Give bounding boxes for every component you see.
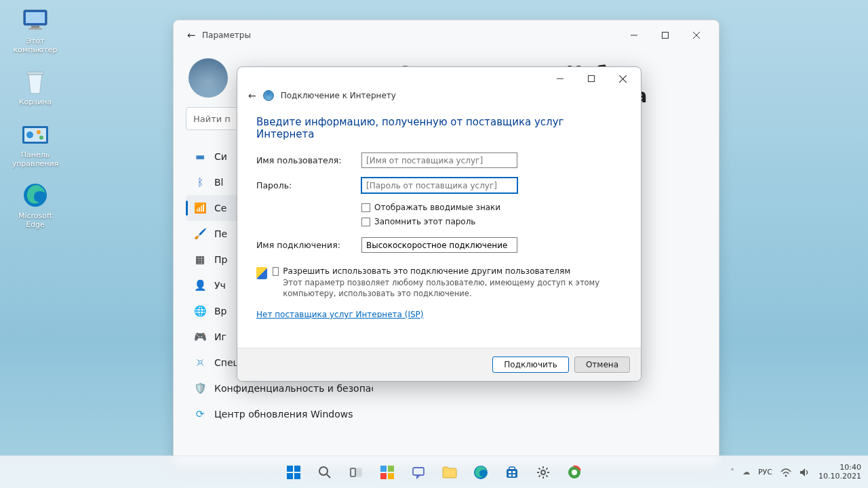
edge-button[interactable] xyxy=(467,459,494,486)
allow-others-label: Разрешить использовать это подключение д… xyxy=(283,266,622,276)
widgets-button[interactable] xyxy=(374,459,401,486)
wizard-header: ← Подключение к Интернету xyxy=(237,90,641,108)
desktop-icons: Этот компьютер Корзина Панель управления… xyxy=(8,5,62,241)
app-button[interactable] xyxy=(561,459,588,486)
svg-rect-26 xyxy=(357,468,361,476)
svg-rect-28 xyxy=(388,466,394,472)
allow-others-checkbox[interactable] xyxy=(273,267,279,276)
svg-rect-16 xyxy=(589,76,595,82)
svg-point-23 xyxy=(319,467,328,475)
search-button[interactable] xyxy=(311,459,338,486)
internet-connection-wizard: ← Подключение к Интернету Введите информ… xyxy=(237,66,642,382)
update-icon: ⟳ xyxy=(194,408,206,420)
store-button[interactable] xyxy=(498,459,526,486)
svg-point-8 xyxy=(37,130,41,134)
close-button[interactable] xyxy=(681,25,712,45)
settings-taskbar-button[interactable] xyxy=(530,459,557,486)
icon-label: Microsoft Edge xyxy=(18,212,52,229)
password-label: Пароль: xyxy=(256,180,361,190)
system-icon: ▬ xyxy=(194,150,206,163)
accessibility-icon: ⯏ xyxy=(194,357,206,369)
window-title: Параметры xyxy=(202,30,251,40)
chat-button[interactable] xyxy=(405,459,432,486)
taskbar-center xyxy=(280,459,588,486)
svg-rect-36 xyxy=(513,471,515,473)
start-button[interactable] xyxy=(280,459,307,486)
avatar xyxy=(189,58,228,98)
password-input[interactable] xyxy=(361,178,517,193)
remember-password-label: Запомнить этот пароль xyxy=(374,217,475,226)
settings-titlebar: ← Параметры xyxy=(174,20,719,50)
wizard-minimize-button[interactable] xyxy=(545,69,576,88)
svg-rect-21 xyxy=(287,473,293,479)
svg-rect-29 xyxy=(380,473,387,479)
wizard-maximize-button[interactable] xyxy=(576,69,607,88)
sidebar-item-update[interactable]: ⟳Центр обновления Windows xyxy=(186,401,373,427)
svg-rect-37 xyxy=(509,474,511,476)
accounts-icon: 👤 xyxy=(194,279,206,291)
show-chars-checkbox[interactable] xyxy=(361,203,370,212)
svg-rect-38 xyxy=(513,474,515,476)
language-indicator[interactable]: РУС xyxy=(758,468,772,476)
minimize-button[interactable] xyxy=(618,25,650,45)
svg-rect-20 xyxy=(294,466,300,472)
svg-point-7 xyxy=(26,131,33,138)
no-isp-link[interactable]: Нет поставщика услуг Интернета (ISP) xyxy=(256,310,423,319)
connect-button[interactable]: Подключить xyxy=(492,357,569,373)
svg-rect-35 xyxy=(509,471,511,473)
wizard-back-button[interactable]: ← xyxy=(248,90,256,101)
desktop-icon-edge[interactable]: Microsoft Edge xyxy=(8,180,62,229)
svg-point-42 xyxy=(785,474,787,476)
onedrive-icon[interactable]: ☁ xyxy=(743,468,750,476)
tray-chevron-icon[interactable]: ˄ xyxy=(730,468,734,477)
cancel-button[interactable]: Отмена xyxy=(574,357,630,373)
connection-name-label: Имя подключения: xyxy=(256,240,361,250)
brush-icon: 🖌️ xyxy=(194,228,206,240)
svg-rect-12 xyxy=(663,33,669,39)
svg-rect-4 xyxy=(27,72,43,75)
pc-icon xyxy=(20,5,50,35)
explorer-button[interactable] xyxy=(436,459,463,486)
show-chars-label: Отображать вводимые знаки xyxy=(374,203,500,212)
control-panel-icon xyxy=(20,119,50,149)
taskview-button[interactable] xyxy=(342,459,370,486)
wifi-icon: 📶 xyxy=(194,202,206,214)
svg-rect-31 xyxy=(413,468,424,475)
date-text: 10.10.2021 xyxy=(818,472,861,481)
svg-rect-2 xyxy=(31,26,39,28)
gaming-icon: 🎮 xyxy=(194,331,206,343)
svg-rect-30 xyxy=(388,473,394,479)
svg-point-39 xyxy=(541,470,545,474)
wizard-title: Подключение к Интернету xyxy=(281,91,396,100)
wizard-close-button[interactable] xyxy=(607,69,638,88)
network-tray-icon[interactable] xyxy=(781,468,791,477)
desktop-icon-this-pc[interactable]: Этот компьютер xyxy=(8,5,62,54)
svg-rect-3 xyxy=(28,28,42,30)
volume-tray-icon[interactable] xyxy=(800,468,810,477)
taskbar: ˄ ☁ РУС 10:40 10.10.2021 xyxy=(0,455,868,488)
svg-rect-22 xyxy=(294,473,300,479)
username-input[interactable] xyxy=(361,152,517,168)
bin-icon xyxy=(20,66,50,96)
wizard-titlebar xyxy=(237,67,641,90)
svg-rect-34 xyxy=(509,467,515,470)
svg-rect-19 xyxy=(287,466,293,472)
icon-label: Корзина xyxy=(19,98,52,107)
svg-rect-27 xyxy=(380,466,387,472)
taskbar-tray: ˄ ☁ РУС 10:40 10.10.2021 xyxy=(730,464,861,481)
edge-icon xyxy=(20,180,50,210)
svg-rect-33 xyxy=(507,469,517,478)
svg-point-41 xyxy=(572,470,577,475)
clock[interactable]: 10:40 10.10.2021 xyxy=(818,464,861,481)
bluetooth-icon: ᛒ xyxy=(194,176,206,188)
icon-label: Панель управления xyxy=(12,151,59,168)
back-button[interactable]: ← xyxy=(180,29,202,41)
desktop-icon-recycle-bin[interactable]: Корзина xyxy=(8,66,62,107)
globe-icon xyxy=(263,90,274,101)
desktop-icon-control-panel[interactable]: Панель управления xyxy=(8,119,62,168)
maximize-button[interactable] xyxy=(650,25,681,45)
search-placeholder: Найти п xyxy=(193,114,231,124)
time-text: 10:40 xyxy=(818,464,861,472)
remember-password-checkbox[interactable] xyxy=(361,218,370,226)
connection-name-input[interactable] xyxy=(361,237,517,253)
